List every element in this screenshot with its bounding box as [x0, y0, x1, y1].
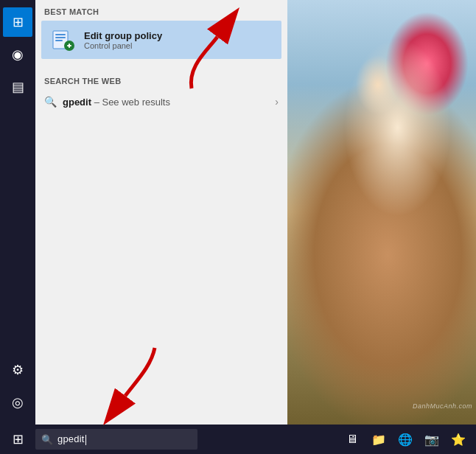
watermark: DanhMucAnh.com [413, 402, 472, 410]
best-match-text: Edit group policy Control panel [84, 30, 162, 50]
taskbar-search-icon: 🔍 [41, 434, 53, 445]
taskbar-icon-browser[interactable]: 🌐 [393, 427, 417, 451]
taskbar-icon-explorer[interactable]: 📁 [367, 427, 391, 451]
sidebar-icon-documents[interactable]: ▤ [3, 72, 32, 102]
search-icon: 🔍 [44, 96, 57, 108]
wallpaper [280, 0, 476, 425]
best-match-header: Best match [35, 0, 287, 21]
web-section: Search the web 🔍 gpedit – See web result… [35, 69, 287, 114]
sidebar-icon-user[interactable]: ◎ [3, 388, 32, 417]
svg-rect-6 [69, 43, 70, 48]
taskbar-search-box[interactable]: 🔍 gpedit [35, 429, 197, 450]
taskbar-icon-desktop[interactable]: 🖥 [340, 427, 364, 451]
svg-rect-2 [55, 37, 66, 38]
desktop-icon: 🖥 [346, 433, 358, 446]
sidebar: ⊞ ◉ ▤ ⚙ ◎ [0, 0, 35, 425]
svg-rect-1 [55, 34, 66, 35]
home-icon: ⊞ [13, 14, 24, 30]
best-match-subtitle: Control panel [84, 41, 162, 50]
taskbar-search-text: gpedit [57, 433, 86, 445]
sidebar-icon-home[interactable]: ⊞ [3, 7, 32, 37]
taskbar: ⊞ 🔍 gpedit 🖥 📁 🌐 📷 ⭐ [0, 425, 476, 454]
browser-icon: 🌐 [398, 433, 413, 447]
sidebar-icon-profile[interactable]: ◉ [3, 40, 32, 69]
web-see-results: – See web results [94, 97, 170, 108]
start-icon: ⊞ [13, 431, 24, 447]
svg-rect-3 [55, 40, 63, 41]
settings-icon: ⚙ [12, 362, 24, 378]
web-search-text: gpedit – See web results [63, 97, 275, 108]
user-icon: ◎ [12, 394, 24, 411]
search-panel: Best match Edit group policy Control pan… [35, 0, 287, 425]
web-section-header: Search the web [35, 69, 287, 90]
web-query: gpedit [63, 97, 91, 108]
text-cursor [85, 435, 86, 445]
taskbar-icon-star[interactable]: ⭐ [447, 427, 470, 451]
star-icon: ⭐ [451, 433, 466, 447]
photo-icon: 📷 [424, 433, 439, 447]
chevron-right-icon: › [275, 96, 279, 108]
best-match-title: Edit group policy [84, 30, 162, 41]
web-search-item[interactable]: 🔍 gpedit – See web results › [35, 90, 287, 114]
photo-overlay [280, 0, 476, 425]
sidebar-icon-settings[interactable]: ⚙ [3, 355, 32, 385]
taskbar-icon-photo[interactable]: 📷 [420, 427, 444, 451]
person-icon: ◉ [12, 46, 24, 63]
taskbar-start-button[interactable]: ⊞ [0, 425, 35, 454]
best-match-item[interactable]: Edit group policy Control panel [41, 21, 281, 59]
explorer-icon: 📁 [371, 433, 386, 447]
taskbar-icons: 🖥 📁 🌐 📷 ⭐ [340, 427, 476, 451]
gpedit-icon [52, 28, 75, 52]
taskbar-search-value: gpedit [57, 433, 85, 444]
gpedit-icon-container [50, 27, 77, 53]
document-icon: ▤ [12, 79, 24, 95]
start-menu: ⊞ ◉ ▤ ⚙ ◎ Best match [0, 0, 287, 425]
